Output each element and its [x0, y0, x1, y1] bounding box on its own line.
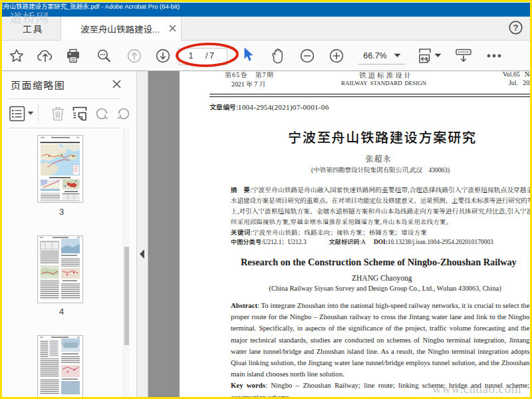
svg-text:?: ? — [513, 23, 519, 33]
